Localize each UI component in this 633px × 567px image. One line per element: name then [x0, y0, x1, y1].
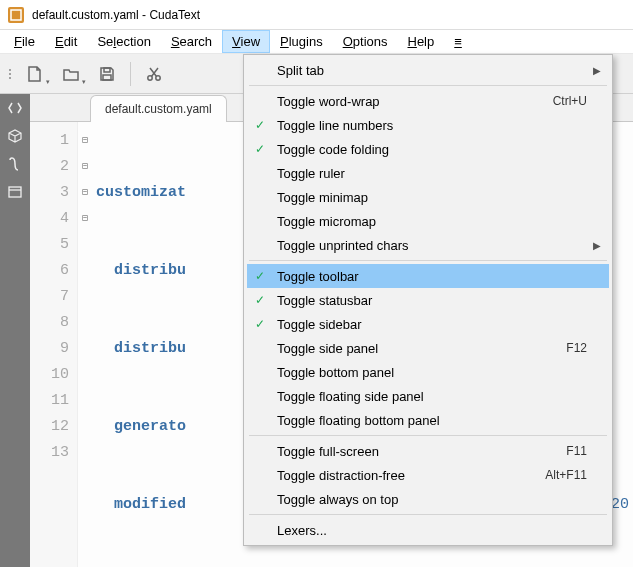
new-file-button[interactable] — [18, 59, 52, 89]
cut-button[interactable] — [137, 59, 171, 89]
menu-toggle-micromap[interactable]: Toggle micromap — [247, 209, 609, 233]
menu-label: Toggle unprinted chars — [277, 238, 409, 253]
menu-label: Toggle always on top — [277, 492, 398, 507]
menu-plugins[interactable]: Plugins — [270, 30, 333, 53]
menu-split-tab[interactable]: Split tab▶ — [247, 58, 609, 82]
menu-separator — [249, 260, 607, 261]
menu-hamburger[interactable]: ≡ — [444, 30, 472, 53]
fold-minus-icon[interactable]: ⊟ — [78, 206, 92, 232]
check-icon: ✓ — [255, 293, 265, 307]
menu-separator — [249, 435, 607, 436]
app-icon — [8, 7, 24, 23]
menu-toggle-bottom-panel[interactable]: Toggle bottom panel — [247, 360, 609, 384]
menu-toggle-floating-bottom-panel[interactable]: Toggle floating bottom panel — [247, 408, 609, 432]
menubar: File Edit Selection Search View Plugins … — [0, 30, 633, 54]
snippet-icon[interactable] — [5, 154, 25, 174]
code-text: customizat — [96, 184, 186, 201]
menu-separator — [249, 85, 607, 86]
menu-label: Toggle toolbar — [277, 269, 359, 284]
menu-edit[interactable]: Edit — [45, 30, 87, 53]
menu-label: Toggle statusbar — [277, 293, 372, 308]
menu-options[interactable]: Options — [333, 30, 398, 53]
fold-minus-icon[interactable]: ⊟ — [78, 180, 92, 206]
menu-separator — [249, 514, 607, 515]
menu-label: Toggle ruler — [277, 166, 345, 181]
open-file-button[interactable] — [54, 59, 88, 89]
project-icon[interactable] — [5, 126, 25, 146]
menu-toggle-side-panel[interactable]: Toggle side panelF12 — [247, 336, 609, 360]
svg-rect-5 — [9, 187, 21, 197]
code-text: generato — [96, 418, 186, 435]
line-number: 12 — [30, 414, 69, 440]
check-icon: ✓ — [255, 118, 265, 132]
fold-minus-icon[interactable]: ⊟ — [78, 128, 92, 154]
line-number: 2 — [30, 154, 69, 180]
line-number-gutter: 1 2 3 4 5 6 7 8 9 10 11 12 13 — [30, 122, 78, 567]
view-menu-dropdown: Split tab▶ Toggle word-wrapCtrl+U ✓Toggl… — [243, 54, 613, 546]
menu-label: Toggle side panel — [277, 341, 378, 356]
code-text: distribu — [96, 262, 186, 279]
code-text: modified — [96, 496, 186, 513]
line-number: 9 — [30, 336, 69, 362]
toolbar-grip-icon — [6, 69, 14, 79]
save-file-button[interactable] — [90, 59, 124, 89]
menu-toggle-full-screen[interactable]: Toggle full-screenF11 — [247, 439, 609, 463]
menu-shortcut: Alt+F11 — [545, 468, 587, 482]
line-number: 5 — [30, 232, 69, 258]
menu-label: Toggle floating bottom panel — [277, 413, 440, 428]
menu-shortcut: Ctrl+U — [553, 94, 587, 108]
menu-toggle-floating-side-panel[interactable]: Toggle floating side panel — [247, 384, 609, 408]
menu-toggle-line-numbers[interactable]: ✓Toggle line numbers — [247, 113, 609, 137]
line-number: 8 — [30, 310, 69, 336]
sidebar — [0, 94, 30, 567]
svg-rect-0 — [11, 10, 21, 20]
check-icon: ✓ — [255, 269, 265, 283]
line-number: 4 — [30, 206, 69, 232]
menu-toggle-minimap[interactable]: Toggle minimap — [247, 185, 609, 209]
menu-file[interactable]: File — [4, 30, 45, 53]
line-number: 10 — [30, 362, 69, 388]
menu-toggle-always-on-top[interactable]: Toggle always on top — [247, 487, 609, 511]
menu-shortcut: F12 — [566, 341, 587, 355]
menu-help[interactable]: Help — [398, 30, 445, 53]
svg-rect-1 — [104, 68, 110, 72]
menu-label: Toggle full-screen — [277, 444, 379, 459]
submenu-arrow-icon: ▶ — [593, 240, 601, 251]
tab-default-custom-yaml[interactable]: default.custom.yaml — [90, 95, 227, 122]
titlebar: default.custom.yaml - CudaText — [0, 0, 633, 30]
line-number: 1 — [30, 128, 69, 154]
menu-label: Toggle floating side panel — [277, 389, 424, 404]
line-number: 11 — [30, 388, 69, 414]
check-icon: ✓ — [255, 142, 265, 156]
line-number: 13 — [30, 440, 69, 466]
menu-toggle-distraction-free[interactable]: Toggle distraction-freeAlt+F11 — [247, 463, 609, 487]
menu-toggle-statusbar[interactable]: ✓Toggle statusbar — [247, 288, 609, 312]
menu-label: Toggle bottom panel — [277, 365, 394, 380]
menu-label: Toggle word-wrap — [277, 94, 380, 109]
menu-lexers[interactable]: Lexers... — [247, 518, 609, 542]
menu-toggle-ruler[interactable]: Toggle ruler — [247, 161, 609, 185]
menu-toggle-sidebar[interactable]: ✓Toggle sidebar — [247, 312, 609, 336]
menu-toggle-code-folding[interactable]: ✓Toggle code folding — [247, 137, 609, 161]
menu-toggle-unprinted-chars[interactable]: Toggle unprinted chars▶ — [247, 233, 609, 257]
tabs-icon[interactable] — [5, 182, 25, 202]
menu-label: Toggle sidebar — [277, 317, 362, 332]
menu-view[interactable]: View — [222, 30, 270, 53]
menu-label: Lexers... — [277, 523, 327, 538]
code-tree-icon[interactable] — [5, 98, 25, 118]
svg-rect-2 — [103, 75, 111, 80]
submenu-arrow-icon: ▶ — [593, 65, 601, 76]
menu-shortcut: F11 — [566, 444, 587, 458]
menu-toggle-toolbar[interactable]: ✓Toggle toolbar — [247, 264, 609, 288]
menu-label: Toggle distraction-free — [277, 468, 405, 483]
menu-label: Toggle line numbers — [277, 118, 393, 133]
menu-toggle-word-wrap[interactable]: Toggle word-wrapCtrl+U — [247, 89, 609, 113]
fold-column[interactable]: ⊟ ⊟ ⊟ ⊟ — [78, 122, 92, 567]
menu-search[interactable]: Search — [161, 30, 222, 53]
code-text: 20 — [611, 492, 633, 518]
fold-minus-icon[interactable]: ⊟ — [78, 154, 92, 180]
menu-label: Toggle minimap — [277, 190, 368, 205]
menu-label: Split tab — [277, 63, 324, 78]
menu-selection[interactable]: Selection — [87, 30, 161, 53]
code-text: distribu — [96, 340, 186, 357]
